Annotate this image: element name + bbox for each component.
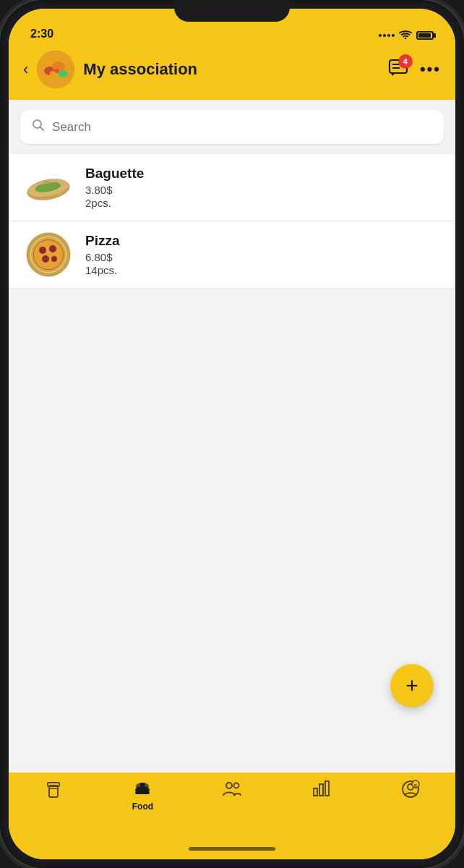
product-price: 3.80$ [85,184,441,196]
svg-point-30 [226,783,232,788]
header-left: ‹ My association [23,51,197,88]
svg-point-19 [49,245,56,252]
account-icon: e [401,780,420,799]
notch [174,0,290,22]
svg-rect-29 [140,783,145,787]
svg-rect-23 [49,786,58,797]
product-list: Baguette 3.80$ 2pcs. [9,154,455,289]
nav-item-stats[interactable] [277,780,366,797]
svg-point-17 [34,240,63,269]
home-indicator [9,838,455,859]
search-container [9,100,455,154]
content-area: Baguette 3.80$ 2pcs. [9,100,455,773]
page-title: My association [83,60,197,79]
back-button[interactable]: ‹ [23,60,28,79]
signal-icon [379,34,395,37]
product-name: Pizza [85,233,441,249]
svg-rect-33 [319,784,323,796]
nav-label-food: Food [132,801,153,812]
product-info-baguette: Baguette 3.80$ 2pcs. [85,166,441,209]
bottom-nav: Food [9,773,455,838]
product-price: 6.80$ [85,251,441,263]
search-icon [32,119,45,135]
status-time: 2:30 [30,27,53,41]
nav-item-settings[interactable]: e [366,780,455,799]
add-button[interactable]: + [390,664,434,707]
nav-item-people[interactable] [187,780,277,797]
people-icon [222,780,242,797]
product-name: Baguette [85,166,441,182]
home-bar [189,847,275,851]
drink-icon [45,780,62,800]
stats-icon [312,780,331,797]
product-quantity: 2pcs. [85,197,441,209]
product-info-pizza: Pizza 6.80$ 14pcs. [85,233,441,276]
svg-point-20 [42,255,49,263]
nav-item-drinks[interactable] [9,780,98,800]
food-icon [133,780,152,799]
svg-point-4 [50,71,56,77]
search-bar [20,110,444,144]
header-right: 4 ••• [388,59,441,80]
product-image-pizza [23,235,74,275]
avatar[interactable] [37,51,74,88]
svg-rect-32 [314,788,317,796]
status-icons [379,30,434,41]
notification-button[interactable]: 4 [388,59,408,80]
list-item[interactable]: Baguette 3.80$ 2pcs. [9,154,455,221]
svg-point-18 [39,247,46,254]
svg-line-10 [40,127,44,131]
svg-point-3 [58,70,68,77]
more-options-button[interactable]: ••• [420,60,441,79]
phone-screen: 2:30 [9,9,455,859]
svg-point-31 [233,783,239,788]
product-image-baguette [23,168,74,208]
battery-icon [416,31,434,40]
svg-text:e: e [414,782,418,788]
svg-rect-25 [48,783,59,786]
phone-frame: 2:30 [0,0,464,868]
wifi-icon [399,30,412,41]
svg-point-21 [51,256,57,262]
header: ‹ My association [9,45,455,100]
product-quantity: 14pcs. [85,264,441,276]
notification-badge: 4 [398,54,413,69]
nav-item-food[interactable]: Food [98,780,188,812]
search-input[interactable] [52,120,432,135]
svg-rect-34 [325,781,329,796]
list-item[interactable]: Pizza 6.80$ 14pcs. [9,221,455,289]
svg-point-5 [55,69,59,73]
